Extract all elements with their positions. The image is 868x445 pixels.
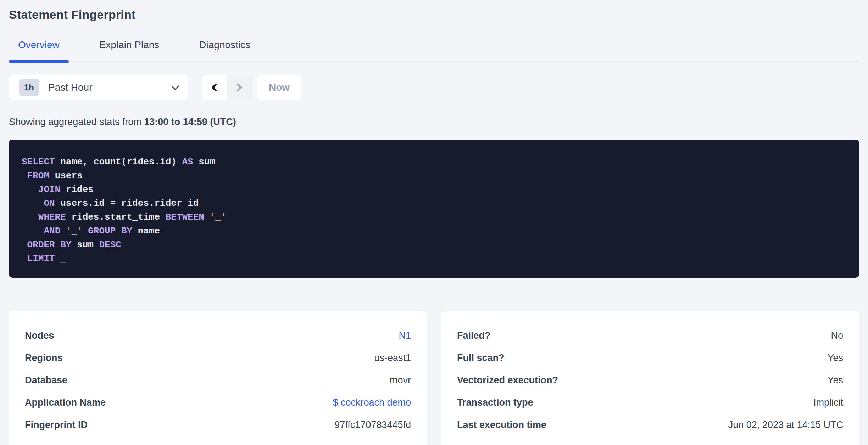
node-link[interactable]: N1 xyxy=(399,330,411,341)
row-value: Yes xyxy=(828,353,843,364)
row-value: Jun 02, 2023 at 14:15 UTC xyxy=(728,419,843,430)
tab-diagnostics-label: Diagnostics xyxy=(199,39,250,50)
row-value: 97ffc170783445fd xyxy=(334,419,411,430)
row-label: Transaction type xyxy=(457,397,533,408)
row-label: Nodes xyxy=(25,330,54,341)
row-database: Database movr xyxy=(25,369,411,392)
tab-explain-plans-label: Explain Plans xyxy=(99,39,160,50)
row-value: Yes xyxy=(828,375,843,386)
aggregated-stats-note: Showing aggregated stats from 13:00 to 1… xyxy=(9,117,859,128)
chevron-down-icon xyxy=(171,82,179,90)
row-value: Implicit xyxy=(813,397,843,408)
row-label: Database xyxy=(25,375,67,386)
row-label: Failed? xyxy=(457,330,491,341)
row-last-execution-time: Last execution time Jun 02, 2023 at 14:1… xyxy=(457,414,843,436)
chevron-right-icon xyxy=(233,83,242,92)
now-button[interactable]: Now xyxy=(257,75,301,100)
tab-diagnostics[interactable]: Diagnostics xyxy=(190,39,260,61)
tab-overview[interactable]: Overview xyxy=(9,39,69,61)
statement-fingerprint-page: Statement Fingerprint Overview Explain P… xyxy=(0,0,868,445)
tab-bar: Overview Explain Plans Diagnostics xyxy=(9,39,859,62)
row-label: Last execution time xyxy=(457,419,546,430)
row-nodes: Nodes N1 xyxy=(25,325,411,347)
row-value: No xyxy=(831,330,843,341)
row-label: Full scan? xyxy=(457,353,505,364)
row-vectorized: Vectorized execution? Yes xyxy=(457,369,843,392)
chevron-left-icon xyxy=(211,83,220,92)
stats-note-prefix: Showing aggregated stats from xyxy=(9,117,144,127)
row-label: Regions xyxy=(25,353,63,364)
row-value: movr xyxy=(390,375,411,386)
sql-code: SELECT name, count(rides.id) AS sum FROM… xyxy=(22,155,846,266)
sql-statement-box: SELECT name, count(rides.id) AS sum FROM… xyxy=(9,140,859,278)
row-label: Fingerprint ID xyxy=(25,419,88,430)
page-title: Statement Fingerprint xyxy=(9,0,859,22)
row-fingerprint-id: Fingerprint ID 97ffc170783445fd xyxy=(25,414,411,436)
stats-note-range: 13:00 to 14:59 (UTC) xyxy=(144,117,236,127)
row-full-scan: Full scan? Yes xyxy=(457,347,843,369)
row-application-name: Application Name $ cockroach demo xyxy=(25,392,411,414)
row-transaction-type: Transaction type Implicit xyxy=(457,392,843,414)
row-label: Vectorized execution? xyxy=(457,375,558,386)
time-range-dropdown[interactable]: 1h Past Hour xyxy=(9,75,188,100)
summary-cards: Nodes N1 Regions us-east1 Database movr … xyxy=(9,311,859,445)
time-controls: 1h Past Hour Now xyxy=(9,75,859,100)
row-regions: Regions us-east1 xyxy=(25,347,411,369)
row-label: Application Name xyxy=(25,397,106,408)
next-time-button[interactable] xyxy=(227,75,252,100)
time-range-badge: 1h xyxy=(19,79,39,96)
execution-attributes-card: Failed? No Full scan? Yes Vectorized exe… xyxy=(441,311,859,445)
tab-overview-label: Overview xyxy=(18,39,60,50)
row-failed: Failed? No xyxy=(457,325,843,347)
row-value: us-east1 xyxy=(374,353,411,364)
time-step-button-group xyxy=(202,75,252,100)
time-range-label: Past Hour xyxy=(48,82,172,93)
application-name-link[interactable]: $ cockroach demo xyxy=(333,397,411,408)
prev-time-button[interactable] xyxy=(202,75,227,100)
tab-explain-plans[interactable]: Explain Plans xyxy=(90,39,169,61)
statement-details-card: Nodes N1 Regions us-east1 Database movr … xyxy=(9,311,427,445)
